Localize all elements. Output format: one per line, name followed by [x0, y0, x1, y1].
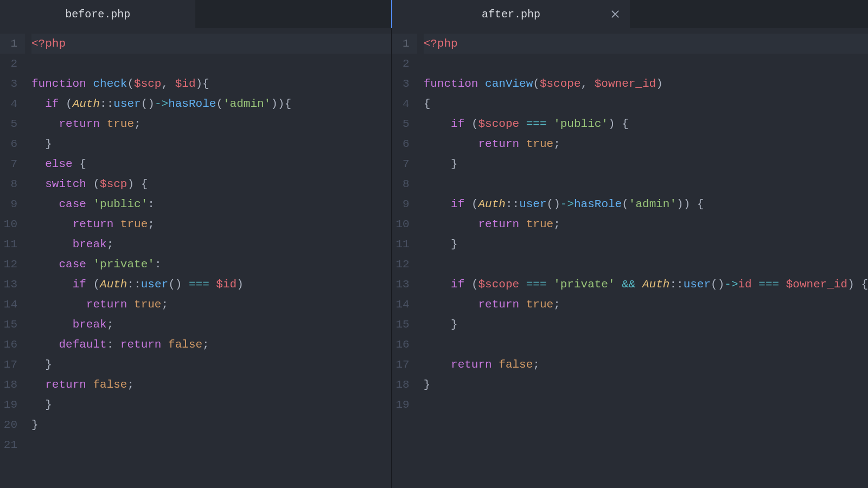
- line-number: 19: [392, 395, 417, 415]
- code-line[interactable]: }: [31, 415, 391, 435]
- code-line[interactable]: if (Auth::user() === $id): [31, 274, 391, 294]
- code-line[interactable]: }: [424, 314, 868, 335]
- code-line[interactable]: break;: [31, 234, 391, 254]
- tab-bar-left: before.php: [0, 0, 391, 28]
- code-line[interactable]: {: [424, 94, 868, 114]
- code-line[interactable]: [424, 395, 868, 415]
- line-number: 19: [0, 395, 25, 415]
- code-left[interactable]: <?phpfunction check($scp, $id){ if (Auth…: [25, 28, 391, 488]
- line-number: 3: [0, 74, 25, 94]
- code-line[interactable]: return true;: [424, 134, 868, 154]
- tab-empty-left[interactable]: [195, 0, 391, 28]
- code-line[interactable]: if (Auth::user()->hasRole('admin')) {: [424, 194, 868, 214]
- code-line[interactable]: <?php: [31, 34, 391, 54]
- line-number: 12: [0, 254, 25, 274]
- code-line[interactable]: function check($scp, $id){: [31, 74, 391, 94]
- code-line[interactable]: [424, 254, 868, 274]
- code-line[interactable]: switch ($scp) {: [31, 174, 391, 194]
- line-number: 20: [0, 415, 25, 435]
- line-number: 6: [0, 134, 25, 154]
- line-number: 3: [392, 74, 417, 94]
- line-number: 12: [392, 254, 417, 274]
- line-number: 5: [392, 114, 417, 134]
- line-number: 10: [392, 214, 417, 234]
- line-number: 15: [392, 314, 417, 335]
- code-line[interactable]: case 'private':: [31, 254, 391, 274]
- code-line[interactable]: }: [31, 395, 391, 415]
- line-number: 13: [0, 274, 25, 294]
- line-number: 2: [392, 54, 417, 74]
- gutter-left: 123456789101112131415161718192021: [0, 28, 25, 488]
- tab-bar-right: after.php: [392, 0, 868, 28]
- code-line[interactable]: }: [424, 375, 868, 395]
- line-number: 14: [0, 294, 25, 314]
- code-line[interactable]: }: [424, 154, 868, 174]
- code-line[interactable]: return false;: [31, 375, 391, 395]
- tab-before-php[interactable]: before.php: [0, 0, 195, 28]
- code-line[interactable]: break;: [31, 314, 391, 335]
- line-number: 18: [0, 375, 25, 395]
- code-line[interactable]: return true;: [424, 214, 868, 234]
- line-number: 13: [392, 274, 417, 294]
- code-line[interactable]: if (Auth::user()->hasRole('admin')){: [31, 94, 391, 114]
- tab-after-php[interactable]: after.php: [392, 0, 630, 28]
- code-line[interactable]: }: [31, 134, 391, 154]
- tab-label: after.php: [482, 8, 540, 21]
- code-line[interactable]: return true;: [31, 214, 391, 234]
- line-number: 5: [0, 114, 25, 134]
- line-number: 16: [392, 335, 417, 355]
- code-line[interactable]: return true;: [424, 294, 868, 314]
- code-line[interactable]: [424, 54, 868, 74]
- tab-label: before.php: [65, 8, 130, 21]
- line-number: 18: [392, 375, 417, 395]
- line-number: 2: [0, 54, 25, 74]
- editor-pane-left: before.php 12345678910111213141516171819…: [0, 0, 392, 488]
- line-number: 1: [392, 34, 417, 54]
- code-line[interactable]: return false;: [424, 355, 868, 375]
- line-number: 7: [0, 154, 25, 174]
- code-line[interactable]: else {: [31, 154, 391, 174]
- line-number: 10: [0, 214, 25, 234]
- line-number: 17: [0, 355, 25, 375]
- code-line[interactable]: [31, 435, 391, 455]
- code-right[interactable]: <?phpfunction canView($scope, $owner_id)…: [417, 28, 868, 488]
- line-number: 7: [392, 154, 417, 174]
- code-line[interactable]: [424, 335, 868, 355]
- line-number: 8: [0, 174, 25, 194]
- line-number: 8: [392, 174, 417, 194]
- editor-right[interactable]: 12345678910111213141516171819 <?phpfunct…: [392, 28, 868, 488]
- line-number: 9: [0, 194, 25, 214]
- line-number: 17: [392, 355, 417, 375]
- editor-workspace: before.php 12345678910111213141516171819…: [0, 0, 868, 488]
- code-line[interactable]: case 'public':: [31, 194, 391, 214]
- code-line[interactable]: }: [31, 355, 391, 375]
- close-icon[interactable]: [610, 9, 620, 19]
- line-number: 4: [0, 94, 25, 114]
- tab-empty-right[interactable]: [630, 0, 868, 28]
- code-line[interactable]: [424, 174, 868, 194]
- line-number: 16: [0, 335, 25, 355]
- line-number: 15: [0, 314, 25, 335]
- code-line[interactable]: return true;: [31, 114, 391, 134]
- code-line[interactable]: default: return false;: [31, 335, 391, 355]
- editor-pane-right: after.php 12345678910111213141516171819 …: [392, 0, 868, 488]
- line-number: 9: [392, 194, 417, 214]
- line-number: 14: [392, 294, 417, 314]
- line-number: 4: [392, 94, 417, 114]
- line-number: 6: [392, 134, 417, 154]
- line-number: 11: [0, 234, 25, 254]
- code-line[interactable]: }: [424, 234, 868, 254]
- code-line[interactable]: [31, 54, 391, 74]
- code-line[interactable]: if ($scope === 'public') {: [424, 114, 868, 134]
- code-line[interactable]: if ($scope === 'private' && Auth::user()…: [424, 274, 868, 294]
- line-number: 11: [392, 234, 417, 254]
- line-number: 1: [0, 34, 25, 54]
- line-number: 21: [0, 435, 25, 455]
- code-line[interactable]: function canView($scope, $owner_id): [424, 74, 868, 94]
- code-line[interactable]: <?php: [424, 34, 868, 54]
- gutter-right: 12345678910111213141516171819: [392, 28, 417, 488]
- editor-left[interactable]: 123456789101112131415161718192021 <?phpf…: [0, 28, 391, 488]
- code-line[interactable]: return true;: [31, 294, 391, 314]
